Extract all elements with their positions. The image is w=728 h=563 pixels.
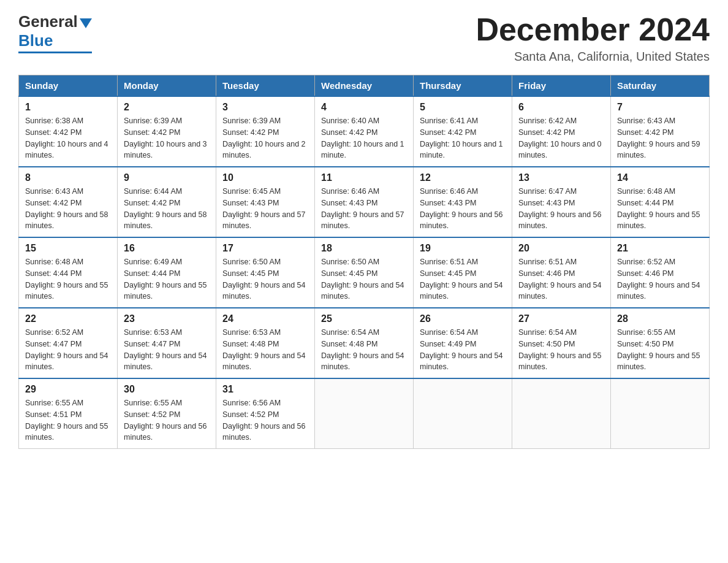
- day-number: 15: [25, 243, 111, 254]
- day-number: 29: [25, 384, 111, 395]
- calendar-cell: 12Sunrise: 6:46 AMSunset: 4:43 PMDayligh…: [414, 167, 512, 237]
- calendar-cell: 11Sunrise: 6:46 AMSunset: 4:43 PMDayligh…: [315, 167, 414, 237]
- calendar-cell: 7Sunrise: 6:43 AMSunset: 4:42 PMDaylight…: [611, 96, 710, 167]
- day-number: 27: [518, 313, 604, 324]
- calendar-cell: 4Sunrise: 6:40 AMSunset: 4:42 PMDaylight…: [315, 96, 414, 167]
- day-info: Sunrise: 6:55 AMSunset: 4:52 PMDaylight:…: [124, 397, 210, 443]
- calendar-cell: 27Sunrise: 6:54 AMSunset: 4:50 PMDayligh…: [512, 308, 611, 378]
- calendar-cell: 29Sunrise: 6:55 AMSunset: 4:51 PMDayligh…: [19, 378, 118, 449]
- calendar-cell: 20Sunrise: 6:51 AMSunset: 4:46 PMDayligh…: [512, 237, 611, 308]
- calendar-cell: 19Sunrise: 6:51 AMSunset: 4:45 PMDayligh…: [414, 237, 512, 308]
- day-number: 21: [617, 243, 703, 254]
- day-info: Sunrise: 6:50 AMSunset: 4:45 PMDaylight:…: [222, 256, 308, 302]
- day-info: Sunrise: 6:48 AMSunset: 4:44 PMDaylight:…: [617, 186, 703, 232]
- calendar-cell: 3Sunrise: 6:39 AMSunset: 4:42 PMDaylight…: [216, 96, 315, 167]
- day-info: Sunrise: 6:52 AMSunset: 4:46 PMDaylight:…: [617, 256, 703, 302]
- day-info: Sunrise: 6:53 AMSunset: 4:47 PMDaylight:…: [124, 327, 210, 373]
- title-area: December 2024 Santa Ana, California, Uni…: [476, 12, 710, 64]
- header-monday: Monday: [118, 75, 216, 97]
- day-info: Sunrise: 6:46 AMSunset: 4:43 PMDaylight:…: [420, 186, 506, 232]
- header-wednesday: Wednesday: [315, 75, 414, 97]
- calendar-cell: 18Sunrise: 6:50 AMSunset: 4:45 PMDayligh…: [315, 237, 414, 308]
- calendar-cell: 6Sunrise: 6:42 AMSunset: 4:42 PMDaylight…: [512, 96, 611, 167]
- day-info: Sunrise: 6:51 AMSunset: 4:46 PMDaylight:…: [518, 256, 604, 302]
- logo-blue-text: Blue: [18, 31, 53, 50]
- day-number: 3: [222, 102, 308, 113]
- calendar-cell: 15Sunrise: 6:48 AMSunset: 4:44 PMDayligh…: [19, 237, 118, 308]
- calendar-cell: 21Sunrise: 6:52 AMSunset: 4:46 PMDayligh…: [611, 237, 710, 308]
- day-number: 23: [124, 313, 210, 324]
- calendar-cell: 14Sunrise: 6:48 AMSunset: 4:44 PMDayligh…: [611, 167, 710, 237]
- day-number: 18: [321, 243, 407, 254]
- calendar-cell: 13Sunrise: 6:47 AMSunset: 4:43 PMDayligh…: [512, 167, 611, 237]
- month-title: December 2024: [476, 12, 710, 47]
- calendar-cell: 24Sunrise: 6:53 AMSunset: 4:48 PMDayligh…: [216, 308, 315, 378]
- day-number: 7: [617, 102, 703, 113]
- calendar-cell: 9Sunrise: 6:44 AMSunset: 4:42 PMDaylight…: [118, 167, 216, 237]
- day-number: 6: [518, 102, 604, 113]
- day-number: 16: [124, 243, 210, 254]
- day-number: 17: [222, 243, 308, 254]
- day-info: Sunrise: 6:48 AMSunset: 4:44 PMDaylight:…: [25, 256, 111, 302]
- day-number: 2: [124, 102, 210, 113]
- day-info: Sunrise: 6:40 AMSunset: 4:42 PMDaylight:…: [321, 115, 407, 161]
- day-info: Sunrise: 6:54 AMSunset: 4:48 PMDaylight:…: [321, 327, 407, 373]
- logo: General Blue: [18, 12, 92, 53]
- header-tuesday: Tuesday: [216, 75, 315, 97]
- week-row-4: 22Sunrise: 6:52 AMSunset: 4:47 PMDayligh…: [19, 308, 710, 378]
- calendar-table: Sunday Monday Tuesday Wednesday Thursday…: [18, 75, 710, 449]
- calendar-cell: 26Sunrise: 6:54 AMSunset: 4:49 PMDayligh…: [414, 308, 512, 378]
- calendar-cell: [611, 378, 710, 449]
- day-number: 9: [124, 172, 210, 183]
- day-info: Sunrise: 6:50 AMSunset: 4:45 PMDaylight:…: [321, 256, 407, 302]
- day-info: Sunrise: 6:43 AMSunset: 4:42 PMDaylight:…: [617, 115, 703, 161]
- logo-general-text: General: [18, 12, 78, 31]
- calendar-cell: 2Sunrise: 6:39 AMSunset: 4:42 PMDaylight…: [118, 96, 216, 167]
- header-friday: Friday: [512, 75, 611, 97]
- header-saturday: Saturday: [611, 75, 710, 97]
- day-number: 4: [321, 102, 407, 113]
- calendar-cell: 31Sunrise: 6:56 AMSunset: 4:52 PMDayligh…: [216, 378, 315, 449]
- calendar-cell: 23Sunrise: 6:53 AMSunset: 4:47 PMDayligh…: [118, 308, 216, 378]
- day-number: 1: [25, 102, 111, 113]
- day-info: Sunrise: 6:43 AMSunset: 4:42 PMDaylight:…: [25, 186, 111, 232]
- day-info: Sunrise: 6:51 AMSunset: 4:45 PMDaylight:…: [420, 256, 506, 302]
- week-row-2: 8Sunrise: 6:43 AMSunset: 4:42 PMDaylight…: [19, 167, 710, 237]
- day-number: 25: [321, 313, 407, 324]
- day-info: Sunrise: 6:39 AMSunset: 4:42 PMDaylight:…: [124, 115, 210, 161]
- day-info: Sunrise: 6:45 AMSunset: 4:43 PMDaylight:…: [222, 186, 308, 232]
- week-row-1: 1Sunrise: 6:38 AMSunset: 4:42 PMDaylight…: [19, 96, 710, 167]
- day-info: Sunrise: 6:54 AMSunset: 4:50 PMDaylight:…: [518, 327, 604, 373]
- day-info: Sunrise: 6:47 AMSunset: 4:43 PMDaylight:…: [518, 186, 604, 232]
- day-info: Sunrise: 6:55 AMSunset: 4:50 PMDaylight:…: [617, 327, 703, 373]
- day-number: 22: [25, 313, 111, 324]
- day-number: 26: [420, 313, 506, 324]
- calendar-cell: 8Sunrise: 6:43 AMSunset: 4:42 PMDaylight…: [19, 167, 118, 237]
- calendar-cell: 25Sunrise: 6:54 AMSunset: 4:48 PMDayligh…: [315, 308, 414, 378]
- day-number: 19: [420, 243, 506, 254]
- calendar-cell: 17Sunrise: 6:50 AMSunset: 4:45 PMDayligh…: [216, 237, 315, 308]
- day-number: 5: [420, 102, 506, 113]
- day-info: Sunrise: 6:44 AMSunset: 4:42 PMDaylight:…: [124, 186, 210, 232]
- day-number: 10: [222, 172, 308, 183]
- calendar-cell: [414, 378, 512, 449]
- day-info: Sunrise: 6:49 AMSunset: 4:44 PMDaylight:…: [124, 256, 210, 302]
- day-info: Sunrise: 6:39 AMSunset: 4:42 PMDaylight:…: [222, 115, 308, 161]
- day-number: 24: [222, 313, 308, 324]
- day-number: 14: [617, 172, 703, 183]
- location-subtitle: Santa Ana, California, United States: [476, 50, 710, 64]
- calendar-cell: 16Sunrise: 6:49 AMSunset: 4:44 PMDayligh…: [118, 237, 216, 308]
- calendar-cell: 28Sunrise: 6:55 AMSunset: 4:50 PMDayligh…: [611, 308, 710, 378]
- calendar-cell: 30Sunrise: 6:55 AMSunset: 4:52 PMDayligh…: [118, 378, 216, 449]
- calendar-cell: 1Sunrise: 6:38 AMSunset: 4:42 PMDaylight…: [19, 96, 118, 167]
- day-number: 11: [321, 172, 407, 183]
- day-info: Sunrise: 6:56 AMSunset: 4:52 PMDaylight:…: [222, 397, 308, 443]
- header-thursday: Thursday: [414, 75, 512, 97]
- calendar-cell: 22Sunrise: 6:52 AMSunset: 4:47 PMDayligh…: [19, 308, 118, 378]
- day-info: Sunrise: 6:54 AMSunset: 4:49 PMDaylight:…: [420, 327, 506, 373]
- week-row-5: 29Sunrise: 6:55 AMSunset: 4:51 PMDayligh…: [19, 378, 710, 449]
- week-row-3: 15Sunrise: 6:48 AMSunset: 4:44 PMDayligh…: [19, 237, 710, 308]
- day-number: 8: [25, 172, 111, 183]
- day-info: Sunrise: 6:52 AMSunset: 4:47 PMDaylight:…: [25, 327, 111, 373]
- calendar-cell: 10Sunrise: 6:45 AMSunset: 4:43 PMDayligh…: [216, 167, 315, 237]
